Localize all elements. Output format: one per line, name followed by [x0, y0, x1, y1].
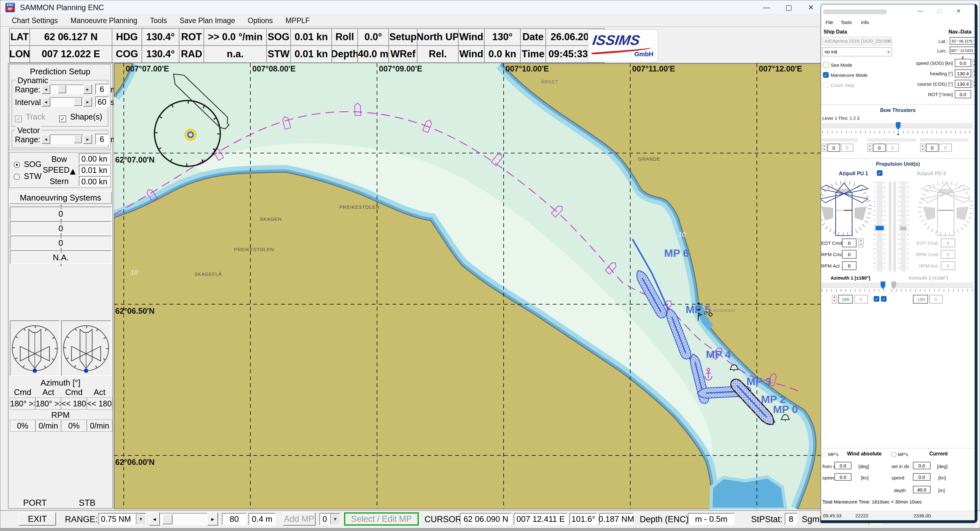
interval-slider-left[interactable]: ◄ — [41, 97, 50, 106]
heading-spinner[interactable]: ▲▼ — [972, 69, 977, 78]
azimuth-sync-checkbox-1[interactable]: ✓ — [873, 296, 879, 302]
range-scrollbar[interactable] — [160, 513, 207, 525]
thruster3-spinner[interactable]: ▲▼ — [920, 144, 925, 152]
thruster2-mini-slider[interactable] — [867, 138, 916, 141]
thruster3-mini-slider[interactable] — [920, 138, 968, 141]
range-dropdown[interactable]: 0.75 NM ▼ — [99, 513, 146, 525]
sog-radio[interactable] — [14, 162, 20, 168]
port-azimuth-dial[interactable] — [10, 320, 60, 376]
wind-dir-label: Wind — [459, 29, 484, 45]
azimuth1-handle[interactable] — [881, 282, 885, 289]
right-close-button[interactable]: ✕ — [951, 8, 966, 16]
vector-slider-left[interactable]: ◄ — [41, 135, 50, 144]
course-spinner[interactable]: ▲▼ — [972, 80, 977, 88]
interval-slider-thumb[interactable] — [74, 98, 82, 106]
right-menu-tools[interactable]: Tools — [841, 20, 852, 25]
wind-mps-checkbox[interactable] — [822, 452, 826, 457]
range-slider-left[interactable]: ◄ — [41, 84, 50, 94]
current-mps-checkbox[interactable] — [891, 452, 896, 457]
azimuth1-spinner[interactable]: ▲▼ — [832, 295, 837, 304]
current-speed-value[interactable]: 0.0 — [913, 473, 931, 481]
pu1-eot-spinner[interactable]: ▲▼ — [858, 238, 864, 247]
minimize-button[interactable]: — — [757, 2, 776, 14]
thruster2-cmd[interactable]: 0 — [873, 144, 886, 152]
mp-index-dropdown-arrow-icon[interactable]: ▼ — [330, 514, 340, 525]
rot-field[interactable]: 0.0 — [955, 90, 971, 98]
manoeuvring-lever-2[interactable]: 0 — [10, 221, 112, 235]
crash-stop-checkbox[interactable] — [823, 82, 829, 88]
right-minimize-button[interactable]: — — [913, 8, 928, 16]
thruster1-cmd[interactable]: 0 — [827, 144, 840, 152]
sog-spinner[interactable]: ▲▼ — [972, 59, 977, 67]
azimuth-sync-checkbox-2[interactable]: ✓ — [881, 296, 887, 302]
lon-field[interactable]: 007 ° 12.0221 ' E — [950, 46, 976, 54]
sea-mode-checkbox[interactable] — [823, 62, 829, 68]
init-dropdown[interactable]: no init — [822, 48, 892, 56]
add-mp-button[interactable]: Add MP — [283, 512, 316, 526]
track-checkbox-row[interactable]: ✓ Track — [15, 112, 45, 122]
close-button[interactable]: ✕ — [802, 2, 820, 14]
range-value[interactable]: 6 — [95, 84, 108, 95]
course-field[interactable]: 130.4 — [955, 80, 971, 88]
thruster1-spinner[interactable]: ▲▼ — [822, 144, 827, 152]
heading-field[interactable]: 130.4 — [955, 69, 971, 78]
maximize-button[interactable]: ▢ — [780, 2, 798, 14]
interval-value[interactable]: 60 — [95, 97, 108, 107]
lat-field[interactable]: 62 ° 06.1275 ' N — [950, 37, 976, 44]
range-slider-thumb[interactable] — [58, 85, 66, 93]
range-slider[interactable]: ◄ ► — [41, 84, 92, 94]
menu-tools[interactable]: Tools — [150, 16, 167, 25]
range-scroll-left[interactable]: ◄ — [149, 512, 160, 526]
right-menu-info[interactable]: Info — [861, 20, 869, 25]
mp-index-dropdown[interactable]: 0 ▼ — [320, 513, 340, 525]
exit-button[interactable]: EXIT — [19, 512, 56, 526]
interval-slider-right[interactable]: ► — [83, 97, 92, 106]
right-maximize-button[interactable]: ▢ — [932, 8, 947, 16]
track-checkbox[interactable]: ✓ — [15, 116, 22, 122]
stb-azimuth-dial[interactable] — [61, 320, 111, 376]
menu-options[interactable]: Options — [248, 16, 273, 25]
range-dropdown-arrow-icon[interactable]: ▼ — [136, 514, 145, 525]
menu-mpplf[interactable]: MPPLF — [286, 16, 310, 25]
thruster1-mini-slider[interactable] — [822, 138, 858, 141]
manoeuvring-lever-4[interactable]: N.A. — [10, 250, 112, 264]
wind-from-dir-value[interactable]: 0.0 — [834, 462, 851, 469]
menu-manoeuvre-planning[interactable]: Manoeuvre Planning — [71, 16, 137, 25]
chart-canvas[interactable]: 007°07.00'E007°08.00'E 007°09.00'E007°10… — [114, 63, 822, 509]
manoeuvre-mode-checkbox[interactable]: ✓ — [823, 72, 829, 78]
wind-speed-value[interactable]: 0.0 — [834, 473, 851, 481]
vector-slider-thumb[interactable] — [74, 135, 82, 143]
range-scroll-thumb[interactable] — [162, 514, 172, 525]
bow-thruster-slider-handle[interactable] — [896, 122, 900, 130]
sog-radio-row[interactable]: SOG — [14, 160, 41, 169]
thruster3-cmd[interactable]: 0 — [926, 144, 939, 152]
stw-radio[interactable] — [14, 174, 20, 180]
interval-slider[interactable]: ◄ ► — [41, 97, 92, 106]
azimuth1-value[interactable]: 180 — [838, 295, 853, 304]
manoeuvring-lever-3[interactable]: 0 — [10, 236, 112, 249]
current-depth-value[interactable]: 40.0 — [913, 486, 931, 493]
manoeuvring-lever-1[interactable]: 0 — [10, 206, 112, 220]
pu1-eot-handle[interactable] — [875, 226, 884, 230]
thruster2-spinner[interactable]: ▲▼ — [867, 144, 872, 152]
chart-area[interactable]: 007°07.00'E007°08.00'E 007°09.00'E007°10… — [114, 63, 822, 509]
shapes-checkbox-row[interactable]: ✓ Shape(s) — [59, 112, 102, 122]
vector-slider-right[interactable]: ► — [83, 135, 92, 144]
range-scroll-right[interactable]: ► — [207, 512, 218, 526]
menu-chart-settings[interactable]: Chart Settings — [12, 16, 58, 25]
pu1-eot-value[interactable]: 0 — [842, 238, 857, 247]
range-slider-right[interactable]: ► — [83, 84, 92, 94]
pu1-dial[interactable] — [821, 179, 872, 238]
ship-model-dropdown[interactable]: AIDAprima 2016 (1620_2025051 — [822, 37, 892, 46]
right-menu-file[interactable]: File — [826, 20, 833, 25]
shapes-checkbox[interactable]: ✓ — [59, 116, 66, 122]
sog-field[interactable]: 0.0 — [955, 59, 971, 67]
vector-range-value[interactable]: 6 — [95, 134, 108, 144]
stw-radio-row[interactable]: STW — [14, 172, 41, 181]
pu1-checkbox[interactable]: ✓ — [877, 170, 883, 176]
select-edit-mp-button[interactable]: Select / Edit MP — [344, 512, 419, 526]
vector-range-slider[interactable]: ◄ ► — [41, 135, 92, 144]
azimuth1-slider[interactable] — [822, 283, 885, 288]
menu-save-plan-image[interactable]: Save Plan Image — [180, 16, 235, 25]
current-set-dir-value[interactable]: 0.0 — [913, 462, 931, 469]
